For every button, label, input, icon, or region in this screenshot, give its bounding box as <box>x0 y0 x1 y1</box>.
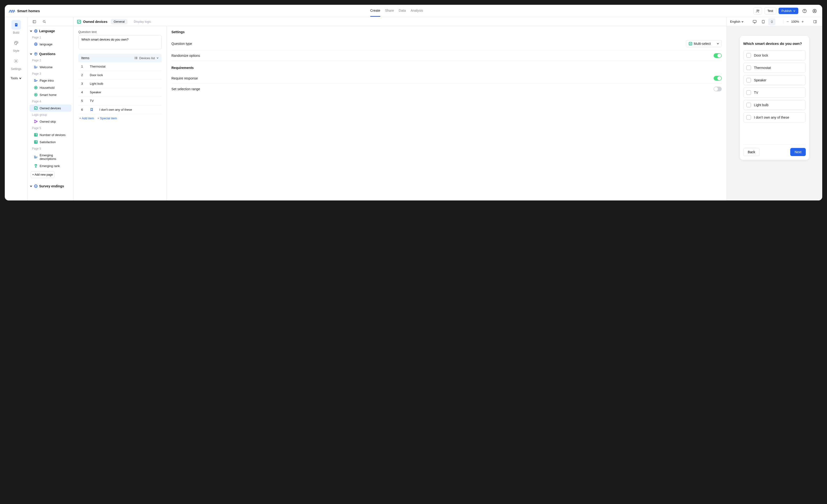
svg-rect-6 <box>15 23 17 26</box>
nav-share[interactable]: Share <box>385 5 394 17</box>
item-label: Door lock <box>90 73 103 77</box>
question-type-select[interactable]: Multi-select <box>686 40 722 47</box>
users-icon <box>756 9 760 13</box>
section-endings[interactable]: Survey endings <box>28 183 73 190</box>
preview-option[interactable]: Light bulb <box>743 100 806 110</box>
preview-panel-toggle[interactable] <box>811 18 819 26</box>
preview-option[interactable]: Speaker <box>743 75 806 85</box>
outline-item-emerging-rank[interactable]: Emerging rank <box>30 162 71 169</box>
randomize-label: Randomize options <box>172 54 200 57</box>
test-button[interactable]: Test <box>765 7 776 14</box>
chevron-down-icon <box>30 30 33 33</box>
outline-item-language[interactable]: language <box>30 41 71 48</box>
nav-create[interactable]: Create <box>370 5 380 17</box>
svg-point-54 <box>135 59 135 59</box>
require-response-label: Require response <box>172 77 198 80</box>
grid-icon <box>34 140 38 144</box>
settings-title: Settings <box>172 30 722 34</box>
items-source-select[interactable]: Devices list <box>134 56 159 60</box>
svg-point-5 <box>814 10 815 11</box>
svg-point-28 <box>35 87 36 88</box>
item-row[interactable]: 1Thermostat <box>78 62 162 71</box>
chevron-down-icon <box>156 57 159 59</box>
outline-item-household[interactable]: Household <box>30 84 71 91</box>
svg-rect-63 <box>814 20 817 23</box>
chevron-down-icon <box>793 10 795 12</box>
item-row[interactable]: 2Door lock <box>78 71 162 80</box>
add-page-button[interactable]: + Add new page <box>31 171 54 178</box>
account-button[interactable] <box>811 7 818 15</box>
device-mobile[interactable] <box>768 18 775 25</box>
add-item-link[interactable]: + Add item <box>79 116 94 120</box>
svg-point-60 <box>763 22 764 23</box>
svg-point-3 <box>805 12 805 12</box>
randomize-toggle[interactable] <box>714 53 722 58</box>
preview-question: Which smart devices do you own? <box>743 42 806 46</box>
leftbar-tools[interactable]: Tools <box>10 77 21 80</box>
publish-button[interactable]: Publish <box>779 8 798 14</box>
selection-range-toggle[interactable] <box>714 87 722 91</box>
item-row[interactable]: 6I don't own any of these <box>78 105 162 114</box>
svg-rect-11 <box>33 20 36 23</box>
item-row[interactable]: 5TV <box>78 97 162 105</box>
nav-analysis[interactable]: Analysis <box>410 5 423 17</box>
zoom-in[interactable]: + <box>801 19 804 24</box>
preview-option[interactable]: TV <box>743 88 806 98</box>
outline-item-num-devices[interactable]: Number of devices <box>30 131 71 138</box>
outline-item-owned-devices[interactable]: Owned devices <box>30 104 71 112</box>
outline-item-emerging-desc[interactable]: Emerging descriptions <box>30 152 71 162</box>
leftbar-style[interactable]: Style <box>11 38 21 52</box>
page-label: Page 1 <box>28 34 73 41</box>
question-text-input[interactable] <box>78 35 162 49</box>
section-language[interactable]: Language <box>28 28 73 34</box>
chevron-down-icon <box>741 20 744 23</box>
item-row[interactable]: 3Light bulb <box>78 80 162 88</box>
logo-icon <box>9 9 15 13</box>
app-logo[interactable]: Smart homes <box>9 9 40 13</box>
add-special-link[interactable]: + Special item <box>97 116 117 120</box>
outline-item-smarthome[interactable]: Smart home <box>30 91 71 98</box>
help-button[interactable] <box>801 7 809 15</box>
require-response-toggle[interactable] <box>714 76 722 81</box>
outline-item-satisfaction[interactable]: Satisfaction <box>30 138 71 146</box>
device-desktop[interactable] <box>751 18 758 25</box>
end-icon <box>34 184 38 188</box>
checkbox-icon <box>688 42 692 46</box>
checkbox-icon <box>746 90 751 95</box>
preview-option[interactable]: Thermostat <box>743 63 806 73</box>
preview-option[interactable]: I don't own any of these <box>743 112 806 122</box>
item-row[interactable]: 4Speaker <box>78 88 162 97</box>
preview-back-button[interactable]: Back <box>743 148 760 156</box>
svg-line-14 <box>45 22 46 23</box>
svg-point-7 <box>15 43 15 43</box>
collaborators-button[interactable] <box>753 7 762 14</box>
svg-point-1 <box>758 10 759 11</box>
search-outline[interactable] <box>41 18 48 26</box>
checkbox-icon <box>746 103 751 107</box>
outline-item-intro[interactable]: Page intro <box>30 77 71 84</box>
svg-point-10 <box>15 61 17 62</box>
preview-option[interactable]: Door lock <box>743 50 806 60</box>
panel-toggle[interactable] <box>31 18 38 26</box>
text-icon <box>34 79 38 82</box>
tab-display-logic[interactable]: Display logic <box>131 19 154 24</box>
user-icon <box>812 9 817 13</box>
preview-language-select[interactable]: English <box>730 20 744 23</box>
leftbar-build[interactable]: Build <box>11 20 21 34</box>
svg-point-30 <box>35 94 36 95</box>
nav-data[interactable]: Data <box>399 5 406 17</box>
section-questions[interactable]: Questions <box>28 51 73 57</box>
device-tablet[interactable] <box>760 18 767 25</box>
zoom-value: 100% <box>791 20 799 23</box>
mobile-icon <box>770 19 773 24</box>
leftbar-settings[interactable]: Settings <box>11 56 21 71</box>
chevron-down-icon <box>717 43 719 45</box>
tab-general[interactable]: General <box>111 19 128 24</box>
svg-point-33 <box>34 122 35 123</box>
zoom-out[interactable]: − <box>787 19 789 24</box>
outline-item-welcome[interactable]: Welcome <box>30 63 71 71</box>
svg-point-13 <box>43 20 45 22</box>
globe-icon <box>34 42 38 46</box>
preview-next-button[interactable]: Next <box>790 148 806 156</box>
outline-item-owned-skip[interactable]: Owned skip <box>30 118 71 125</box>
